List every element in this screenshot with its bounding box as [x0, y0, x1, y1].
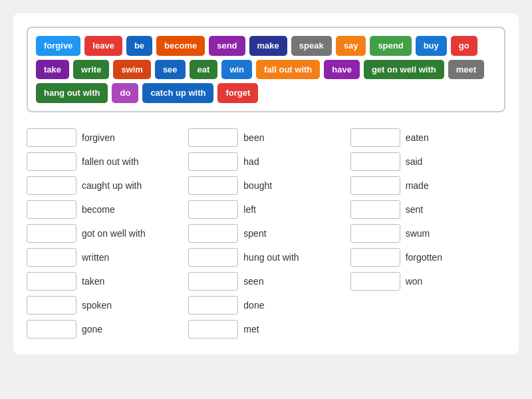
answer-item: gone [27, 317, 182, 341]
answer-item: seen [188, 269, 343, 293]
word-btn-fall-out-with[interactable]: fall out with [256, 60, 320, 80]
answer-item: forgiven [27, 126, 182, 150]
answer-item: said [350, 150, 505, 174]
word-btn-forgive[interactable]: forgive [36, 36, 80, 56]
word-btn-hang-out-with[interactable]: hang out with [36, 83, 108, 103]
word-btn-eat[interactable]: eat [190, 60, 218, 80]
answer-input[interactable] [350, 152, 400, 171]
answer-label: gone [82, 324, 102, 334]
answer-input[interactable] [27, 296, 76, 315]
answer-item: taken [27, 269, 182, 293]
answer-input[interactable] [188, 296, 238, 315]
answer-label: done [243, 300, 264, 311]
word-bank: forgiveleavebebecomesendmakespeaksayspen… [27, 27, 505, 112]
answer-input[interactable] [188, 272, 238, 291]
answer-input[interactable] [188, 320, 238, 338]
word-btn-spend[interactable]: spend [370, 36, 411, 56]
answer-input[interactable] [188, 248, 238, 267]
answer-input[interactable] [27, 248, 76, 267]
answer-input[interactable] [27, 200, 76, 219]
answer-input[interactable] [350, 128, 400, 147]
answer-item: won [350, 269, 505, 293]
answer-input[interactable] [350, 272, 400, 291]
answer-item: fallen out with [27, 150, 182, 174]
answer-item: become [27, 198, 182, 221]
word-btn-do[interactable]: do [112, 83, 138, 103]
word-btn-make[interactable]: make [249, 36, 287, 56]
answer-label: hung out with [243, 252, 299, 263]
answer-label: said [406, 156, 423, 167]
answer-label: become [82, 204, 115, 215]
answer-item: got on well with [27, 221, 182, 245]
answer-item: left [188, 198, 343, 221]
answer-label: got on well with [82, 228, 146, 239]
answer-item: had [188, 150, 343, 174]
word-btn-swim[interactable]: swim [113, 60, 151, 80]
word-btn-speak[interactable]: speak [291, 36, 332, 56]
answer-label: forgotten [406, 252, 442, 263]
answer-item: done [188, 293, 343, 317]
word-btn-leave[interactable]: leave [84, 36, 122, 56]
answer-label: left [243, 204, 256, 215]
word-btn-write[interactable]: write [73, 60, 109, 80]
answer-input[interactable] [350, 200, 400, 219]
answer-item: sent [350, 198, 505, 221]
answer-label: swum [406, 228, 430, 239]
answer-label: met [243, 324, 259, 334]
word-btn-forget[interactable]: forget [217, 83, 258, 103]
word-btn-catch-up-with[interactable]: catch up with [142, 83, 213, 103]
word-btn-have[interactable]: have [324, 60, 360, 80]
answer-item: made [350, 174, 505, 198]
answer-input[interactable] [27, 176, 76, 195]
answer-label: spoken [82, 300, 112, 311]
answer-item: hung out with [188, 245, 343, 269]
word-btn-go[interactable]: go [451, 36, 477, 56]
answer-item: met [188, 317, 343, 341]
answer-item: swum [350, 221, 505, 245]
answer-label: written [82, 252, 109, 263]
answer-input[interactable] [188, 200, 238, 219]
answer-label: won [406, 276, 423, 287]
word-btn-buy[interactable]: buy [416, 36, 447, 56]
answer-input[interactable] [27, 272, 76, 291]
word-btn-become[interactable]: become [156, 36, 205, 56]
answer-input[interactable] [27, 152, 76, 171]
answer-item: eaten [350, 126, 505, 150]
answer-input[interactable] [350, 224, 400, 243]
column-1: forgivenfallen out withcaught up withbec… [27, 126, 182, 341]
word-btn-take[interactable]: take [36, 60, 69, 80]
answer-label: forgiven [82, 132, 115, 143]
column-2: beenhadboughtleftspenthung out withseend… [188, 126, 343, 341]
answer-label: been [243, 132, 264, 143]
answers-grid: forgivenfallen out withcaught up withbec… [27, 126, 505, 341]
answer-label: had [243, 156, 259, 167]
answer-item: written [27, 245, 182, 269]
answer-item: been [188, 126, 343, 150]
word-btn-meet[interactable]: meet [448, 60, 484, 80]
answer-input[interactable] [27, 320, 76, 338]
answer-label: seen [243, 276, 263, 287]
answer-label: taken [82, 276, 104, 287]
answer-input[interactable] [27, 224, 76, 243]
column-3: eatensaidmadesentswumforgottenwon [350, 126, 505, 341]
answer-item: spent [188, 221, 343, 245]
answer-input[interactable] [188, 224, 238, 243]
answer-input[interactable] [350, 248, 400, 267]
answer-item: spoken [27, 293, 182, 317]
answer-label: bought [243, 180, 272, 191]
word-btn-send[interactable]: send [209, 36, 245, 56]
answer-label: caught up with [82, 180, 142, 191]
answer-input[interactable] [27, 128, 76, 147]
answer-input[interactable] [188, 128, 238, 147]
answer-input[interactable] [188, 176, 238, 195]
answer-input[interactable] [188, 152, 238, 171]
answer-input[interactable] [350, 176, 400, 195]
word-btn-win[interactable]: win [221, 60, 252, 80]
answer-item: caught up with [27, 174, 182, 198]
answer-label: eaten [406, 132, 429, 143]
answer-item: forgotten [350, 245, 505, 269]
word-btn-see[interactable]: see [155, 60, 186, 80]
word-btn-get-on-well-with[interactable]: get on well with [364, 60, 444, 80]
word-btn-be[interactable]: be [126, 36, 152, 56]
word-btn-say[interactable]: say [336, 36, 366, 56]
